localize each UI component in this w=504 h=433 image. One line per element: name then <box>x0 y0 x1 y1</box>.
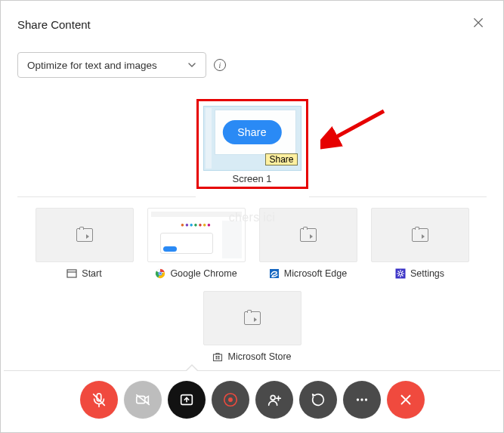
window-cursor-icon <box>300 228 317 242</box>
optimize-dropdown[interactable]: Optimize for text and images <box>17 52 206 78</box>
app-label-edge: Microsoft Edge <box>269 268 347 279</box>
toolbar-pointer-notch <box>185 364 199 371</box>
svg-rect-22 <box>218 358 220 360</box>
chat-icon <box>310 391 326 408</box>
svg-rect-1 <box>67 270 76 277</box>
more-options-button[interactable] <box>343 381 381 419</box>
chevron-down-icon <box>187 60 196 70</box>
app-card-msstore[interactable]: Microsoft Store <box>203 291 301 362</box>
participants-button[interactable] <box>255 381 293 419</box>
mute-button[interactable] <box>80 381 118 419</box>
app-card-edge[interactable]: Microsoft Edge <box>259 208 357 279</box>
svg-point-34 <box>356 398 358 401</box>
video-off-icon <box>135 391 151 408</box>
gear-icon <box>395 268 406 279</box>
svg-point-30 <box>228 397 233 402</box>
svg-point-6 <box>159 273 162 275</box>
svg-line-0 <box>331 111 384 140</box>
window-cursor-icon <box>244 311 261 325</box>
app-card-start[interactable]: Start <box>36 208 134 279</box>
optimize-dropdown-label: Optimize for text and images <box>27 60 157 71</box>
close-icon <box>397 391 414 408</box>
start-icon <box>66 268 77 279</box>
app-card-settings[interactable]: Settings <box>371 208 469 279</box>
screen-selection-area: Share Share Screen 1 <box>17 99 487 189</box>
record-button[interactable] <box>212 381 249 419</box>
svg-point-31 <box>271 395 275 400</box>
screen-1-preview: Share Share <box>203 106 301 171</box>
share-button[interactable]: Share <box>222 120 281 144</box>
window-cursor-icon <box>412 228 428 242</box>
chat-button[interactable] <box>299 381 337 419</box>
dialog-header: Share Content <box>17 14 487 34</box>
app-label-settings: Settings <box>395 268 444 279</box>
dialog-title: Share Content <box>17 18 91 31</box>
svg-rect-21 <box>216 358 218 360</box>
application-grid: Start ●●●●●●● Google Chrome <box>17 197 487 365</box>
screen-1-caption: Screen 1 <box>203 171 301 184</box>
controls-row: Optimize for text and images i <box>17 52 487 78</box>
info-icon[interactable]: i <box>214 59 226 71</box>
svg-point-35 <box>360 398 363 401</box>
app-label-start: Start <box>66 268 101 279</box>
participants-icon <box>266 391 283 408</box>
svg-rect-19 <box>216 356 218 357</box>
meeting-toolbar <box>1 381 503 419</box>
app-label-chrome: Google Chrome <box>155 268 237 279</box>
store-icon <box>212 351 223 362</box>
screen-1-card[interactable]: Share Share Screen 1 <box>196 99 308 189</box>
video-button[interactable] <box>124 381 162 419</box>
meeting-toolbar-area <box>1 370 503 426</box>
edge-icon <box>269 268 280 279</box>
microphone-muted-icon <box>91 391 107 408</box>
app-thumb-edge <box>259 208 357 262</box>
annotation-arrow-icon <box>320 107 388 152</box>
share-up-icon <box>178 391 195 408</box>
share-tooltip: Share <box>265 153 297 165</box>
app-label-msstore: Microsoft Store <box>212 351 291 362</box>
end-call-button[interactable] <box>387 381 425 419</box>
app-thumb-start <box>36 208 134 262</box>
window-cursor-icon <box>76 228 93 242</box>
svg-rect-18 <box>214 354 222 361</box>
more-horizontal-icon <box>354 391 370 408</box>
app-thumb-msstore <box>203 291 301 345</box>
app-thumb-chrome: ●●●●●●● <box>147 208 246 262</box>
app-card-chrome[interactable]: ●●●●●●● Google Chrome <box>147 208 246 279</box>
share-content-dialog: Share Content Optimize for text and imag… <box>1 1 503 365</box>
app-thumb-settings <box>371 208 469 262</box>
record-icon <box>222 391 239 408</box>
close-button[interactable] <box>470 14 487 34</box>
share-content-button[interactable] <box>168 381 206 419</box>
svg-rect-20 <box>218 356 220 357</box>
svg-point-36 <box>364 398 366 401</box>
chrome-icon <box>155 268 165 279</box>
